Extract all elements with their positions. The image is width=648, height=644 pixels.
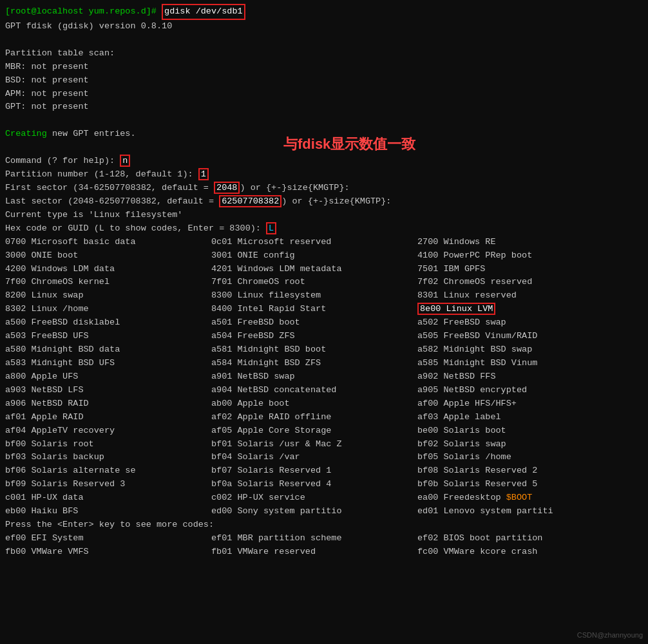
code-cell: ef02 BIOS boot partition [417, 532, 598, 545]
code-cell: a901 NetBSD swap [211, 370, 417, 384]
code-cell: ed01 Lenovo system partiti [417, 505, 598, 518]
press-enter-line: Press the <Enter> key to see more codes: [5, 518, 643, 532]
command-prompt-text: Command (? for help): [5, 156, 120, 166]
code-row: a503 FreeBSD UFSa504 FreeBSD ZFSa505 Fre… [5, 330, 643, 343]
code-cell: 8300 Linux filesystem [211, 289, 417, 303]
code-cell: bf07 Solaris Reserved 1 [211, 464, 417, 478]
code-row: 7f00 ChromeOS kernel7f01 ChromeOS root7f… [5, 276, 643, 289]
code-row: bf00 Solaris rootbf01 Solaris /usr & Mac… [5, 438, 643, 451]
watermark: CSDN@zhannyoung [577, 631, 643, 639]
code-row: a903 NetBSD LFSa904 NetBSD concatenateda… [5, 384, 643, 397]
code-cell: 2700 Windows RE [417, 236, 598, 249]
hex-code-line: Hex code or GUID (L to show codes, Enter… [5, 222, 643, 236]
code-row: 8302 Linux /home8400 Intel Rapid Start8e… [5, 303, 643, 316]
code-cell: 8301 Linux reserved [417, 289, 598, 303]
code-cell: a905 NetBSD encrypted [417, 384, 598, 397]
code-cell: af02 Apple RAID offline [211, 411, 417, 424]
first-sector-val: 2048 [214, 182, 240, 194]
first-sector-post: ) or {+-}size{KMGTP}: [240, 183, 349, 193]
creating-word: Creating [5, 129, 47, 138]
partition-number-text: Partition number (1-128, default 1): [5, 169, 198, 179]
first-sector-text: First sector (34-62507708382, default = [5, 183, 214, 193]
code-cell: fb00 VMWare VMFS [5, 545, 211, 559]
last-sector-val: 62507708382 [219, 195, 281, 207]
code-cell: af04 AppleTV recovery [5, 424, 211, 438]
creating-line: Creating new GPT entries. [5, 128, 643, 141]
cmd-n-val: n [120, 155, 130, 167]
current-type-line: Current type is 'Linux filesystem' [5, 209, 643, 222]
code-cell: a585 Midnight BSD Vinum [417, 357, 598, 370]
code-cell: 3001 ONIE config [211, 249, 417, 263]
code-cell: af01 Apple RAID [5, 411, 211, 424]
code-cell: bf05 Solaris /home [417, 451, 598, 464]
code-row: c001 HP-UX datac002 HP-UX serviceea00 Fr… [5, 491, 643, 505]
code-cell: a582 Midnight BSD swap [417, 343, 598, 357]
creating-rest: new GPT entries. [52, 129, 136, 138]
last-sector-line: Last sector (2048-62507708382, default =… [5, 195, 643, 209]
code-cell: 3000 ONIE boot [5, 249, 211, 263]
code-cell: bf01 Solaris /usr & Mac Z [211, 438, 417, 451]
code-cell: a580 Midnight BSD data [5, 343, 211, 357]
command-prompt-line: Command (? for help): n [5, 155, 643, 168]
code-cell: a800 Apple UFS [5, 370, 211, 384]
code-cell: a504 FreeBSD ZFS [211, 330, 417, 343]
code-row: 8200 Linux swap8300 Linux filesystem8301… [5, 289, 643, 303]
terminal-window: [root@localhost yum.repos.d]# gdisk /dev… [0, 0, 648, 563]
code-cell: 7501 IBM GPFS [417, 263, 598, 276]
code-cell: c001 HP-UX data [5, 491, 211, 505]
code-row: af01 Apple RAIDaf02 Apple RAID offlineaf… [5, 411, 643, 424]
code-cell: bf06 Solaris alternate se [5, 464, 211, 478]
code-cell: 0c01 Microsoft reserved [211, 236, 417, 249]
command-line: [root@localhost yum.repos.d]# gdisk /dev… [5, 4, 643, 20]
code-row: a580 Midnight BSD dataa581 Midnight BSD … [5, 343, 643, 357]
code-row: 3000 ONIE boot3001 ONIE config4100 Power… [5, 249, 643, 263]
version-line: GPT fdisk (gdisk) version 0.8.10 [5, 20, 643, 33]
code-cell: a502 FreeBSD swap [417, 316, 598, 330]
code-cell: af03 Apple label [417, 411, 598, 424]
scan-header: Partition table scan: [5, 47, 643, 61]
code-cell: 8302 Linux /home [5, 303, 211, 316]
code-cell: bf08 Solaris Reserved 2 [417, 464, 598, 478]
code-cell: bf00 Solaris root [5, 438, 211, 451]
code-row: a906 NetBSD RAIDab00 Apple bootaf00 Appl… [5, 397, 643, 411]
code-row: bf03 Solaris backupbf04 Solaris /varbf05… [5, 451, 643, 464]
code-cell: a584 Midnight BSD ZFS [211, 357, 417, 370]
code-row: af04 AppleTV recoveryaf05 Apple Core Sto… [5, 424, 643, 438]
code-cell: a903 NetBSD LFS [5, 384, 211, 397]
linux-lvm-highlight: 8e00 Linux LVM [417, 303, 495, 315]
scan-bsd: BSD: not present [5, 74, 643, 88]
code-cell: a501 FreeBSD boot [211, 316, 417, 330]
code-cell: bf03 Solaris backup [5, 451, 211, 464]
code-row: ef00 EFI Systemef01 MBR partition scheme… [5, 532, 643, 545]
code-row: eb00 Haiku BFSed00 Sony system partitioe… [5, 505, 643, 518]
code-cell: a583 Midnight BSD UFS [5, 357, 211, 370]
code-cell: ef00 EFI System [5, 532, 211, 545]
code-cell: a500 FreeBSD disklabel [5, 316, 211, 330]
code-cell: be00 Solaris boot [417, 424, 598, 438]
code-row: 4200 Windows LDM data4201 Windows LDM me… [5, 263, 643, 276]
code-row: bf06 Solaris alternate sebf07 Solaris Re… [5, 464, 643, 478]
code-cell: 0700 Microsoft basic data [5, 236, 211, 249]
bottom-codes-table: ef00 EFI Systemef01 MBR partition scheme… [5, 532, 643, 559]
first-sector-line: First sector (34-62507708382, default = … [5, 182, 643, 195]
code-cell: a581 Midnight BSD boot [211, 343, 417, 357]
dollar-boot: $BOOT [506, 493, 533, 502]
code-row: a583 Midnight BSD UFSa584 Midnight BSD Z… [5, 357, 643, 370]
code-cell: a503 FreeBSD UFS [5, 330, 211, 343]
code-cell: 4201 Windows LDM metadata [211, 263, 417, 276]
command-space [157, 5, 162, 19]
code-cell: a505 FreeBSD Vinum/RAID [417, 330, 598, 343]
code-cell: eb00 Haiku BFS [5, 505, 211, 518]
code-cell: fb01 VMWare reserved [211, 545, 417, 559]
partition-number-val: 1 [198, 168, 209, 180]
code-cell: af05 Apple Core Storage [211, 424, 417, 438]
code-row: a800 Apple UFSa901 NetBSD swapa902 NetBS… [5, 370, 643, 384]
code-cell: 7f01 ChromeOS root [211, 276, 417, 289]
code-cell: ef01 MBR partition scheme [211, 532, 417, 545]
code-cell: c002 HP-UX service [211, 491, 417, 505]
code-cell: 7f00 ChromeOS kernel [5, 276, 211, 289]
code-cell: 8400 Intel Rapid Start [211, 303, 417, 316]
code-cell: a902 NetBSD FFS [417, 370, 598, 384]
code-cell: 8e00 Linux LVM [417, 303, 598, 316]
code-row: bf09 Solaris Reserved 3bf0a Solaris Rese… [5, 478, 643, 491]
